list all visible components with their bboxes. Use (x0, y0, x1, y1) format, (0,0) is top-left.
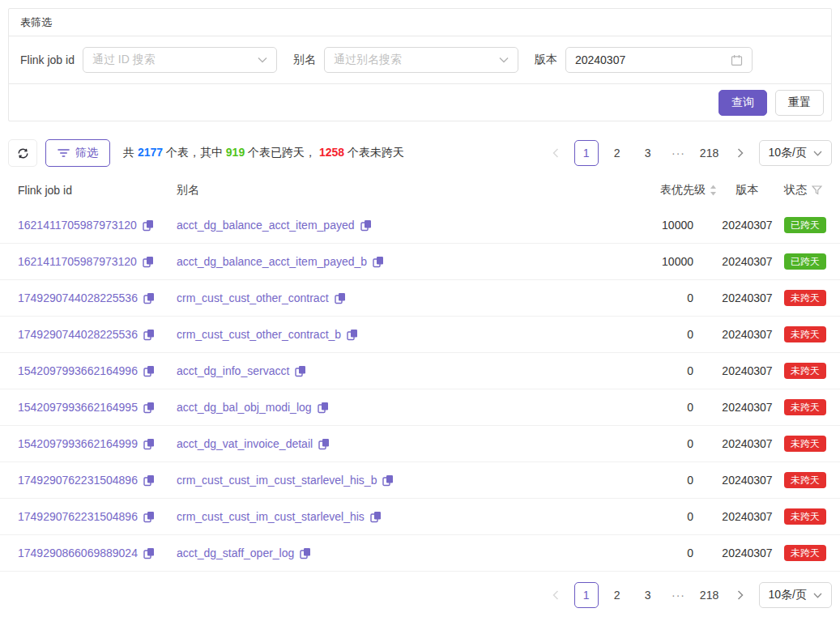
priority-value: 0 (612, 364, 717, 377)
col-header-priority[interactable]: 表优先级 (612, 183, 717, 198)
col-header-status: 状态 (778, 183, 826, 198)
copy-icon[interactable] (143, 256, 154, 268)
copy-icon[interactable] (373, 256, 384, 268)
priority-value: 0 (612, 291, 717, 304)
table-toolbar: 筛选 共 2177 个表，其中 919 个表已跨天， 1258 个表未跨天 12… (8, 139, 832, 167)
alias-select[interactable]: 通过别名搜索 (324, 47, 518, 73)
filter-lines-icon (58, 148, 70, 158)
status-badge: 未跨天 (784, 290, 826, 306)
refresh-button[interactable] (8, 139, 37, 167)
status-badge: 未跨天 (784, 326, 826, 342)
alias-link[interactable]: acct_dg_balance_acct_item_payed_b (177, 255, 367, 268)
copy-icon[interactable] (143, 219, 154, 232)
copy-icon[interactable] (143, 474, 155, 487)
alias-link[interactable]: crm_cust_cust_im_cust_starlevel_his_b (177, 474, 377, 487)
page-button-2[interactable]: 2 (605, 140, 629, 166)
copy-icon[interactable] (318, 402, 329, 414)
query-button[interactable]: 查询 (718, 90, 767, 116)
job-id-link[interactable]: 1542097993662164999 (18, 437, 138, 450)
alias-link[interactable]: acct_dg_balance_acct_item_payed (177, 219, 355, 232)
job-id-link[interactable]: 1749290866069889024 (18, 547, 138, 559)
priority-value: 0 (612, 547, 717, 559)
page-button-3[interactable]: 3 (636, 582, 660, 608)
job-id-link[interactable]: 1542097993662164996 (18, 364, 138, 377)
copy-icon[interactable] (335, 292, 346, 304)
copy-icon[interactable] (318, 438, 330, 450)
flink-job-id-label: Flink job id (20, 53, 75, 66)
job-id-link[interactable]: 1749290744028225536 (18, 291, 138, 304)
copy-icon[interactable] (143, 365, 155, 377)
alias-link[interactable]: acct_dg_staff_oper_log (177, 547, 294, 559)
table-body: 1621411705987973120acct_dg_balance_acct_… (0, 207, 840, 572)
page-size-select[interactable]: 10条/页 (759, 582, 832, 608)
alias-link[interactable]: crm_cust_cust_im_cust_starlevel_his (177, 510, 365, 523)
copy-icon[interactable] (347, 329, 358, 341)
refresh-icon (17, 147, 29, 160)
copy-icon[interactable] (143, 292, 155, 304)
copy-icon[interactable] (143, 438, 155, 450)
alias-placeholder: 通过别名搜索 (334, 53, 402, 67)
chevron-down-icon (258, 57, 267, 63)
table-row: 1749290744028225536crm_cust_cust_other_c… (0, 280, 840, 317)
filter-toggle-button[interactable]: 筛选 (45, 139, 110, 167)
summary-segment: 1258 (319, 146, 344, 159)
sort-icon[interactable] (710, 185, 717, 196)
job-id-link[interactable]: 1749290762231504896 (18, 510, 138, 523)
copy-icon[interactable] (370, 511, 382, 523)
version-value: 20240307 (717, 547, 778, 559)
summary-segment: 2177 (138, 146, 163, 159)
next-page-button[interactable] (728, 140, 753, 166)
version-value: 20240307 (717, 219, 778, 232)
pagination-top: 123···21810条/页 (544, 140, 832, 166)
page-button-218[interactable]: 218 (697, 582, 722, 608)
copy-icon[interactable] (360, 219, 372, 232)
version-label: 版本 (535, 53, 557, 67)
status-badge: 未跨天 (784, 472, 826, 488)
job-id-link[interactable]: 1621411705987973120 (18, 255, 137, 268)
priority-value: 0 (612, 328, 717, 341)
chevron-down-icon (499, 57, 509, 63)
reset-button[interactable]: 重置 (775, 90, 824, 116)
copy-icon[interactable] (143, 329, 155, 341)
next-page-button[interactable] (728, 582, 753, 608)
copy-icon[interactable] (143, 511, 155, 523)
job-id-link[interactable]: 1749290762231504896 (18, 474, 138, 487)
alias-link[interactable]: acct_dg_info_servacct (177, 364, 289, 377)
alias-link[interactable]: acct_dg_bal_obj_modi_log (177, 401, 312, 414)
page-size-value: 10条/页 (769, 146, 807, 160)
copy-icon[interactable] (300, 547, 311, 559)
priority-value: 0 (612, 437, 717, 450)
col-header-status-label: 状态 (784, 183, 807, 198)
version-value: 20240307 (717, 328, 778, 341)
alias-link[interactable]: crm_cust_cust_other_contract (177, 291, 329, 304)
page-button-2[interactable]: 2 (605, 582, 629, 608)
page-button-218[interactable]: 218 (697, 140, 722, 166)
job-id-link[interactable]: 1621411705987973120 (18, 219, 137, 232)
status-badge: 未跨天 (784, 545, 826, 561)
page-button-1[interactable]: 1 (574, 140, 599, 166)
copy-icon[interactable] (143, 547, 155, 559)
status-badge: 未跨天 (784, 508, 826, 525)
prev-page-button[interactable] (544, 140, 568, 166)
copy-icon[interactable] (295, 365, 306, 377)
prev-page-button[interactable] (544, 582, 568, 608)
status-badge: 未跨天 (784, 363, 826, 379)
priority-value: 0 (612, 474, 717, 487)
table-row: 1749290762231504896crm_cust_cust_im_cust… (0, 499, 840, 535)
job-id-link[interactable]: 1542097993662164995 (18, 401, 138, 414)
version-date-input[interactable]: 20240307 (565, 47, 753, 73)
page-size-select[interactable]: 10条/页 (759, 140, 832, 166)
alias-link[interactable]: crm_cust_cust_other_contract_b (177, 328, 341, 341)
version-value: 20240307 (717, 401, 778, 414)
job-id-link[interactable]: 1749290744028225536 (18, 328, 138, 341)
funnel-filter-icon[interactable] (812, 185, 822, 195)
copy-icon[interactable] (382, 474, 394, 487)
alias-link[interactable]: acct_dg_vat_invoice_detail (177, 437, 313, 450)
priority-value: 10000 (612, 255, 717, 268)
copy-icon[interactable] (143, 402, 155, 414)
summary-segment: 个表已跨天， (245, 146, 319, 159)
flink-job-id-select[interactable]: 通过 ID 搜索 (83, 47, 277, 73)
page-button-1[interactable]: 1 (574, 582, 599, 608)
version-value: 20240307 (717, 437, 778, 450)
page-button-3[interactable]: 3 (636, 140, 660, 166)
